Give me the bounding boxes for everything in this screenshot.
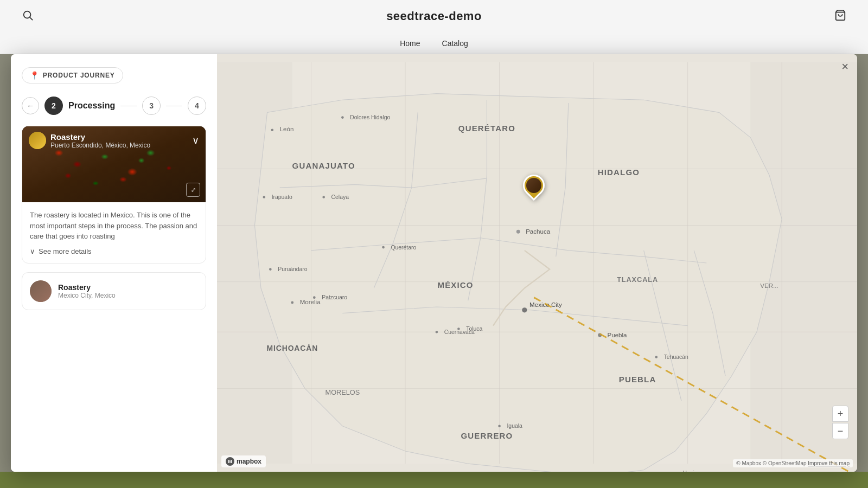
pin-icon: 📍 <box>30 71 40 80</box>
roastery-card-1-header: Roastery Puerto Escondido, México, Mexic… <box>22 126 206 202</box>
svg-text:Dolores Hidalgo: Dolores Hidalgo <box>350 114 390 120</box>
svg-point-39 <box>436 331 438 333</box>
nav-catalog[interactable]: Catalog <box>442 39 468 48</box>
card-title-row: Roastery Puerto Escondido, México, Mexic… <box>29 132 150 149</box>
zoom-in-button[interactable]: + <box>832 406 848 422</box>
mapbox-logo-circle: M <box>226 457 234 466</box>
svg-point-33 <box>291 301 294 304</box>
svg-text:VER...: VER... <box>760 282 778 289</box>
step-4-circle[interactable]: 4 <box>188 97 206 115</box>
step-connector-1 <box>120 106 137 106</box>
svg-text:QUERÉTARO: QUERÉTARO <box>458 124 515 133</box>
svg-point-57 <box>655 356 658 358</box>
svg-text:Puruándaro: Puruándaro <box>278 266 308 272</box>
roastery-2-avatar <box>30 280 52 302</box>
step-2-circle[interactable]: 2 <box>44 97 63 115</box>
cart-icon[interactable] <box>834 9 846 23</box>
step-2-label: Processing <box>68 101 115 111</box>
zoom-out-button[interactable]: − <box>832 423 848 439</box>
step-3-circle[interactable]: 3 <box>142 97 161 115</box>
card-expand-icon[interactable]: ∨ <box>192 134 199 146</box>
svg-text:MICHOACÁN: MICHOACÁN <box>266 344 318 352</box>
map-svg: GUANAJUATO QUERÉTARO HIDALGO MÉXICO TLAX… <box>217 54 857 472</box>
site-title: seedtrace-demo <box>386 9 482 23</box>
left-panel: 📍 PRODUCT JOURNEY ← 2 Processing 3 4 <box>11 54 217 472</box>
step-2-number: 2 <box>52 101 56 110</box>
svg-point-0 <box>24 11 31 18</box>
svg-point-31 <box>516 230 520 234</box>
svg-text:Puebla: Puebla <box>608 332 628 338</box>
footer <box>0 472 868 488</box>
svg-text:Tehuacán: Tehuacán <box>664 354 688 360</box>
svg-text:GUERRERO: GUERRERO <box>461 431 513 440</box>
map-area: GUANAJUATO QUERÉTARO HIDALGO MÉXICO TLAX… <box>217 54 857 472</box>
search-icon[interactable] <box>22 9 34 23</box>
card-body: The roastery is located in Mexico. This … <box>22 202 206 263</box>
svg-point-43 <box>457 328 460 330</box>
svg-text:HIDALGO: HIDALGO <box>598 168 640 177</box>
svg-text:Querétaro: Querétaro <box>391 245 416 251</box>
chevron-down-icon: ∨ <box>30 247 35 255</box>
roastery-item-2[interactable]: Roastery Mexico City, Mexico <box>22 272 206 310</box>
product-journey-badge: 📍 PRODUCT JOURNEY <box>22 67 123 84</box>
svg-text:Iguala: Iguala <box>507 423 522 429</box>
svg-text:León: León <box>280 126 294 132</box>
svg-point-27 <box>271 129 273 131</box>
step-navigation: ← 2 Processing 3 4 <box>22 97 206 115</box>
svg-text:Huajuapan: Huajuapan <box>682 470 710 472</box>
svg-point-29 <box>341 116 344 119</box>
svg-text:TLAXCALA: TLAXCALA <box>617 275 658 284</box>
map-pin <box>521 175 547 201</box>
badge-label: PRODUCT JOURNEY <box>43 72 115 79</box>
svg-text:Irapuato: Irapuato <box>272 194 292 200</box>
svg-point-47 <box>313 296 316 299</box>
svg-text:Patzcuaro: Patzcuaro <box>322 294 347 300</box>
svg-point-49 <box>322 196 325 198</box>
mapbox-attribution: © Mapbox © OpenStreetMap <box>736 460 806 466</box>
svg-text:Toluca: Toluca <box>466 326 482 332</box>
roastery-2-location: Mexico City, Mexico <box>58 292 198 299</box>
roastery-2-name: Roastery <box>58 283 198 292</box>
nav-home[interactable]: Home <box>400 39 420 48</box>
roastery-card-1-image: Roastery Puerto Escondido, México, Mexic… <box>22 126 206 202</box>
roastery-2-info: Roastery Mexico City, Mexico <box>58 283 198 299</box>
top-bar: seedtrace-demo <box>0 0 868 33</box>
step-3-number: 3 <box>149 101 154 110</box>
mapbox-logo: M mapbox <box>221 455 266 467</box>
svg-text:MORELOS: MORELOS <box>326 388 360 396</box>
card-name-location: Roastery Puerto Escondido, México, Mexic… <box>50 132 150 149</box>
svg-point-55 <box>498 425 501 427</box>
step-back-button[interactable]: ← <box>22 97 39 114</box>
svg-point-41 <box>382 246 385 249</box>
modal-close-button[interactable]: × <box>841 61 848 73</box>
svg-text:MÉXICO: MÉXICO <box>438 280 474 290</box>
svg-text:PUEBLA: PUEBLA <box>619 375 656 384</box>
improve-map-link[interactable]: Improve this map <box>808 460 850 466</box>
svg-text:Celaya: Celaya <box>331 194 349 200</box>
roastery-1-name: Roastery <box>50 132 150 142</box>
roastery-card-1: Roastery Puerto Escondido, México, Mexic… <box>22 126 206 264</box>
map-attribution: © Mapbox © OpenStreetMap Improve this ma… <box>733 459 853 467</box>
see-more-label: See more details <box>39 247 92 255</box>
svg-line-1 <box>30 17 33 20</box>
expand-arrows-icon: ⤢ <box>191 187 196 194</box>
map-controls: + − <box>832 406 848 439</box>
svg-point-35 <box>522 307 527 312</box>
roastery-1-location: Puerto Escondido, México, Mexico <box>50 142 150 149</box>
svg-text:Pachuca: Pachuca <box>526 228 551 235</box>
svg-text:Morelia: Morelia <box>300 299 321 305</box>
see-more-button[interactable]: ∨ See more details <box>30 247 92 255</box>
svg-point-51 <box>263 196 265 198</box>
roastery-1-avatar <box>29 132 46 149</box>
mapbox-logo-text: mapbox <box>237 458 261 465</box>
step-connector-2 <box>166 106 182 106</box>
svg-text:GUANAJUATO: GUANAJUATO <box>292 161 355 170</box>
card-header-info: Roastery Puerto Escondido, México, Mexic… <box>22 126 206 155</box>
expand-icon-box[interactable]: ⤢ <box>186 183 200 197</box>
nav-bar: Home Catalog <box>0 33 868 54</box>
step-4-number: 4 <box>195 101 199 110</box>
svg-point-45 <box>269 268 272 271</box>
roastery-1-description: The roastery is located in Mexico. This … <box>30 210 198 242</box>
modal: × 📍 PRODUCT JOURNEY ← 2 Processing 3 4 <box>11 54 857 472</box>
